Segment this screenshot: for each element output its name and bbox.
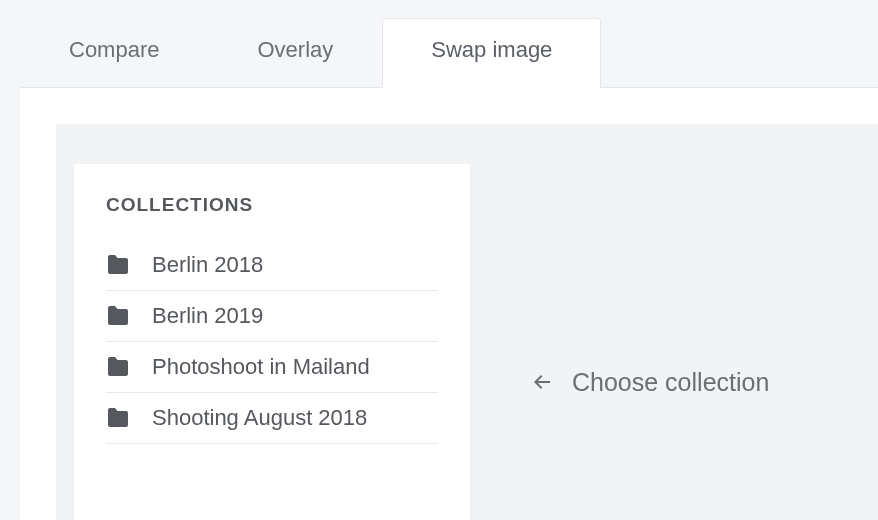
choose-collection-hint: Choose collection <box>530 164 769 520</box>
choose-collection-text: Choose collection <box>572 368 769 397</box>
collection-item-berlin-2018[interactable]: Berlin 2018 <box>106 240 438 291</box>
collection-label: Berlin 2018 <box>152 252 263 278</box>
collection-item-photoshoot-in-mailand[interactable]: Photoshoot in Mailand <box>106 342 438 393</box>
collection-label: Photoshoot in Mailand <box>152 354 370 380</box>
collection-item-shooting-august-2018[interactable]: Shooting August 2018 <box>106 393 438 444</box>
tab-compare[interactable]: Compare <box>20 18 208 88</box>
tab-overlay[interactable]: Overlay <box>208 18 382 88</box>
tab-swap-image[interactable]: Swap image <box>382 18 601 88</box>
folder-icon <box>106 408 130 428</box>
collections-panel: COLLECTIONS Berlin 2018 Berlin 2019 Phot… <box>74 164 470 520</box>
arrow-left-icon <box>530 370 554 394</box>
folder-icon <box>106 255 130 275</box>
folder-icon <box>106 357 130 377</box>
folder-icon <box>106 306 130 326</box>
collection-item-berlin-2019[interactable]: Berlin 2019 <box>106 291 438 342</box>
swap-image-panel: COLLECTIONS Berlin 2018 Berlin 2019 Phot… <box>56 124 878 520</box>
tab-label: Overlay <box>257 37 333 62</box>
tab-bar: Compare Overlay Swap image <box>0 0 878 88</box>
collection-label: Berlin 2019 <box>152 303 263 329</box>
collection-label: Shooting August 2018 <box>152 405 367 431</box>
collections-heading: COLLECTIONS <box>106 194 438 216</box>
tab-content: COLLECTIONS Berlin 2018 Berlin 2019 Phot… <box>20 87 878 520</box>
tab-label: Swap image <box>431 37 552 62</box>
tab-label: Compare <box>69 37 159 62</box>
